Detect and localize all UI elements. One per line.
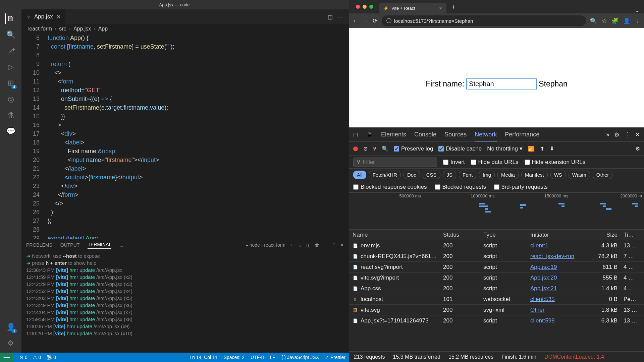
device-toggle-icon[interactable]: 📱 (366, 131, 373, 138)
network-row[interactable]: 📄env.mjs200scriptclient:14.3 kB13 … (349, 240, 644, 251)
new-terminal-icon[interactable]: ＋ (289, 242, 294, 248)
forward-button[interactable]: → (363, 17, 369, 24)
col-name-header[interactable]: Name (349, 232, 443, 238)
record-button[interactable] (353, 146, 358, 151)
filter-type-font[interactable]: Font (459, 171, 476, 179)
filter-type-doc[interactable]: Doc (404, 171, 420, 179)
trash-icon[interactable]: 🗑 (315, 242, 319, 248)
devtools-tab-sources[interactable]: Sources (444, 131, 467, 138)
warnings-count[interactable]: ⚠ 0 (33, 355, 41, 360)
back-button[interactable]: ← (353, 17, 359, 24)
terminal-tab-...[interactable]: ... (119, 242, 123, 248)
testing-icon[interactable]: ⚗ (5, 110, 16, 121)
download-icon[interactable]: ⬇ (550, 145, 554, 152)
breadcrumb[interactable]: react-form›src›App.jsx›App (21, 24, 349, 34)
filter-type-media[interactable]: Media (497, 171, 519, 179)
search-icon[interactable]: 🔍 (382, 145, 388, 152)
terminal-output[interactable]: ➜ Network: use --host to expose ➜ press … (21, 251, 349, 353)
remote-indicator[interactable]: ⟷ (0, 353, 13, 362)
firstname-input[interactable] (466, 78, 537, 89)
network-row[interactable]: 📄react.svg?import200scriptApp.jsx:19611 … (349, 262, 644, 273)
filter-type-fetch/xhr[interactable]: Fetch/XHR (369, 171, 401, 179)
terminal-tab-problems[interactable]: PROBLEMS (26, 242, 52, 248)
col-size-header[interactable]: Size (587, 232, 621, 238)
feedback-icon[interactable]: 💬 (5, 126, 16, 137)
zoom-icon[interactable]: 🔍 (590, 17, 597, 24)
extensions-icon[interactable]: 🧩 (611, 17, 619, 24)
throttling-select[interactable]: No throttling ▾ (487, 145, 522, 152)
filter-type-img[interactable]: Img (479, 171, 495, 179)
bookmark-icon[interactable]: ☆ (602, 17, 607, 24)
wifi-icon[interactable]: 📶 (528, 145, 535, 152)
prettier-status[interactable]: ✓ Prettier (325, 355, 345, 360)
close-tab-icon[interactable]: ✕ (439, 6, 442, 11)
new-tab-button[interactable]: ＋ (446, 3, 461, 11)
cursor-position[interactable]: Ln 14, Col 11 (190, 355, 217, 360)
third-party-checkbox[interactable]: 3rd-party requests (494, 184, 548, 190)
profile-icon[interactable]: 👤 (623, 17, 630, 24)
ports-count[interactable]: 📡 0 (46, 355, 56, 360)
network-row[interactable]: 🖼vite.svg200svg+xmlOther1.8 kB13 … (349, 305, 644, 315)
minimize-window-icon[interactable] (363, 5, 367, 9)
close-panel-icon[interactable]: ✕ (340, 242, 344, 248)
clear-icon[interactable]: ⊘ (363, 145, 368, 152)
close-icon[interactable]: ✕ (635, 131, 640, 138)
run-debug-icon[interactable]: ▷ (5, 62, 16, 72)
address-bar[interactable]: ⓘ localhost:5173/?firstname=Stephan (382, 15, 586, 26)
language-mode[interactable]: { } JavaScript JSX (281, 355, 319, 360)
browser-tab[interactable]: ⚡ Vite + React ✕ (379, 3, 446, 13)
close-window-icon[interactable] (356, 5, 360, 9)
gear-icon[interactable]: ⚙ (614, 131, 620, 138)
network-row[interactable]: 📄App.css200scriptApp.jsx:211.4 kB4 … (349, 283, 644, 294)
devtools-tab-network[interactable]: Network (475, 131, 497, 141)
maximize-window-icon[interactable] (369, 5, 373, 9)
eol[interactable]: LF (270, 355, 275, 360)
source-control-icon[interactable]: ⎇ (5, 46, 16, 56)
col-type-header[interactable]: Type (483, 232, 530, 238)
devtools-tab-performance[interactable]: Performance (505, 131, 539, 138)
col-time-header[interactable]: Ti… (621, 232, 644, 238)
gear-icon[interactable]: ⚙ (635, 145, 640, 152)
filter-type-wasm[interactable]: Wasm (569, 171, 590, 179)
inspect-icon[interactable]: ⬚ (353, 131, 358, 138)
window-controls[interactable] (353, 5, 377, 9)
disable-cache-checkbox[interactable]: Disable cache (438, 145, 482, 152)
more-icon[interactable]: ⋯ (337, 14, 343, 20)
network-row[interactable]: 📄vite.svg?import200scriptApp.jsx:20555 B… (349, 273, 644, 283)
filter-type-css[interactable]: CSS (423, 171, 440, 179)
menu-icon[interactable]: ⋮ (635, 17, 641, 24)
chevron-down-icon[interactable]: ⌄ (635, 7, 644, 13)
chevron-up-icon[interactable]: ⌃ (332, 242, 336, 248)
more-icon[interactable]: ⋯ (323, 242, 328, 248)
split-terminal-icon[interactable]: ◫ (306, 242, 311, 248)
close-icon[interactable]: ✕ (56, 14, 61, 20)
network-overview[interactable]: 500000 ms1000000 ms1500000 ms2000000 m (349, 193, 644, 230)
terminal-tab-output[interactable]: OUTPUT (60, 242, 80, 248)
filter-type-manifest[interactable]: Manifest (521, 171, 548, 179)
col-status-header[interactable]: Status (443, 232, 483, 238)
hide-ext-urls-checkbox[interactable]: Hide extension URLs (525, 159, 586, 166)
gear-icon[interactable]: ⚙ (5, 338, 16, 349)
network-row[interactable]: ⇅localhost101websocketclient:5350 BPe… (349, 294, 644, 305)
preserve-log-checkbox[interactable]: Preserve log (394, 145, 433, 152)
upload-icon[interactable]: ⬆ (540, 145, 544, 152)
reload-button[interactable]: ⟳ (373, 17, 378, 24)
hide-data-urls-checkbox[interactable]: Hide data URLs (471, 159, 519, 166)
blocked-response-checkbox[interactable]: Blocked response cookies (353, 184, 427, 190)
col-initiator-header[interactable]: Initiator (530, 232, 587, 238)
more-icon[interactable]: ⋮ (624, 131, 630, 138)
invert-checkbox[interactable]: Invert (443, 159, 465, 166)
network-row[interactable]: 📄App.jsx?t=1719141264973200scriptclient:… (349, 315, 644, 326)
terminal-process[interactable]: ▸ node - react-form (246, 242, 285, 248)
filter-type-ws[interactable]: WS (550, 171, 566, 179)
network-row[interactable]: 📄chunk-REFQX4J5.js?v=661…200scriptreact_… (349, 251, 644, 262)
extensions-icon[interactable]: ⊞4 (5, 78, 16, 88)
filter-type-other[interactable]: Other (593, 171, 613, 179)
filter-type-all[interactable]: All (353, 171, 366, 179)
account-icon[interactable]: 👤1 (5, 322, 16, 333)
indent-info[interactable]: Spaces: 2 (224, 355, 245, 360)
blocked-requests-checkbox[interactable]: Blocked requests (435, 184, 486, 190)
devtools-tab-console[interactable]: Console (414, 131, 436, 138)
filter-type-js[interactable]: JS (443, 171, 457, 179)
remote-icon[interactable]: ◎ (5, 94, 16, 105)
